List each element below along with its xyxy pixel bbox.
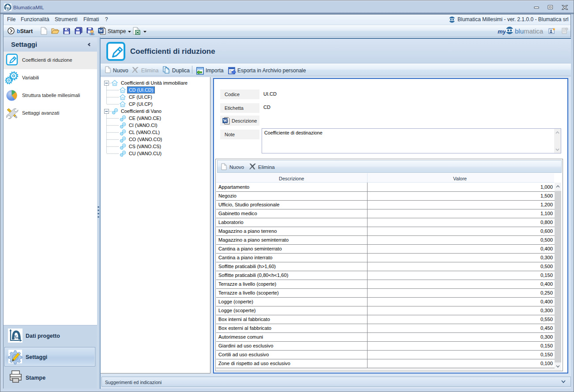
svg-text:W: W: [99, 28, 103, 33]
svg-text:‰: ‰: [14, 334, 19, 340]
svg-text:W: W: [223, 119, 227, 123]
